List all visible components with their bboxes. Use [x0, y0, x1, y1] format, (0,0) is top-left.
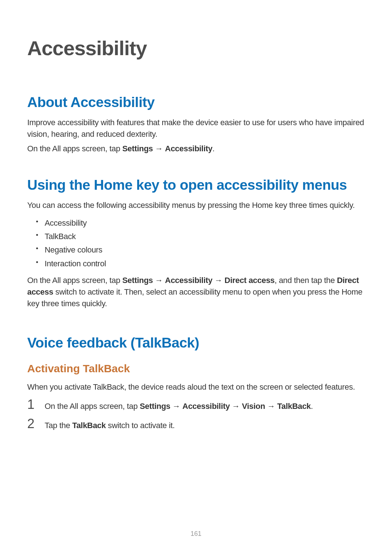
bold-talkback: TalkBack [277, 402, 311, 411]
section-talkback-heading: Voice feedback (TalkBack) [27, 335, 365, 351]
talkback-paragraph-1: When you activate TalkBack, the device r… [27, 381, 365, 393]
arrow-icon: → [153, 276, 165, 285]
arrow-icon: → [212, 276, 224, 285]
arrow-icon: → [153, 144, 165, 153]
step-text: On the All apps screen, tap Settings → A… [45, 401, 313, 412]
bold-direct-access: Direct access [225, 276, 275, 285]
home-paragraph-2: On the All apps screen, tap Settings → A… [27, 275, 365, 309]
text-fragment: On the All apps screen, tap [27, 144, 122, 153]
bold-accessibility: Accessibility [183, 402, 230, 411]
list-item: Interaction control [36, 257, 365, 270]
text-fragment: On the All apps screen, tap [27, 276, 122, 285]
bold-talkback: TalkBack [72, 421, 106, 430]
bold-settings: Settings [122, 144, 153, 153]
text-fragment: , and then tap the [275, 276, 337, 285]
home-paragraph-1: You can access the following accessibili… [27, 200, 365, 211]
bold-accessibility: Accessibility [165, 144, 213, 153]
bold-accessibility: Accessibility [165, 276, 213, 285]
accessibility-menus-list: Accessibility TalkBack Negative colours … [36, 216, 365, 271]
text-fragment: Tap the [45, 421, 72, 430]
page-number: 161 [0, 530, 392, 538]
arrow-icon: → [265, 402, 277, 411]
bold-settings: Settings [122, 276, 153, 285]
text-fragment: switch to activate it. [106, 421, 175, 430]
list-item: TalkBack [36, 230, 365, 243]
step-number: 2 [27, 417, 45, 430]
step-text: Tap the TalkBack switch to activate it. [45, 420, 175, 431]
arrow-icon: → [170, 402, 182, 411]
bold-settings: Settings [140, 402, 170, 411]
page-title: Accessibility [27, 36, 365, 60]
list-item: Negative colours [36, 243, 365, 257]
list-item: Accessibility [36, 216, 365, 230]
step-row-1: 1 On the All apps screen, tap Settings →… [27, 398, 365, 412]
about-paragraph-2: On the All apps screen, tap Settings → A… [27, 143, 365, 155]
section-about-heading: About Accessibility [27, 94, 365, 110]
arrow-icon: → [230, 402, 242, 411]
step-row-2: 2 Tap the TalkBack switch to activate it… [27, 417, 365, 431]
step-number: 1 [27, 398, 45, 411]
text-fragment: . [311, 402, 313, 411]
talkback-sub-heading: Activating TalkBack [27, 362, 365, 375]
bold-vision: Vision [242, 402, 265, 411]
text-fragment: On the All apps screen, tap [45, 402, 140, 411]
section-home-heading: Using the Home key to open accessibility… [27, 177, 365, 193]
text-fragment: . [212, 144, 215, 153]
about-paragraph-1: Improve accessibility with features that… [27, 117, 365, 140]
text-fragment: switch to activate it. Then, select an a… [27, 287, 362, 308]
